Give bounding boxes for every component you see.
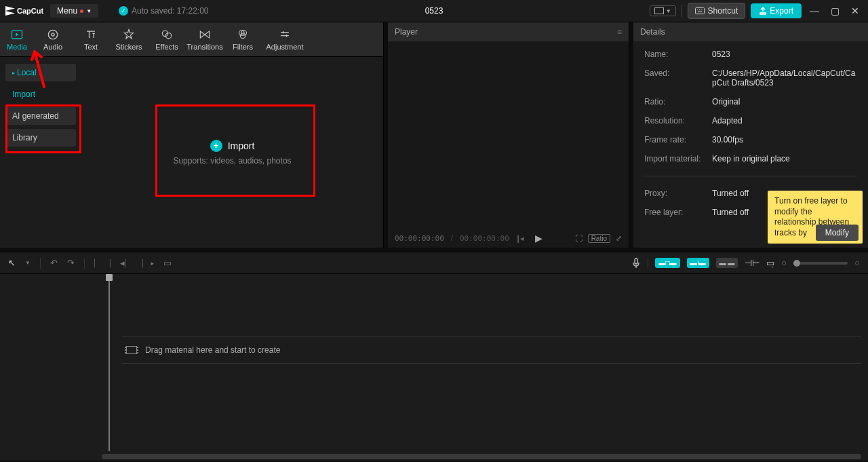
detail-name-label: Name:	[644, 50, 712, 59]
text-icon	[84, 28, 98, 41]
ratio-button[interactable]: Ratio	[588, 234, 610, 243]
player-viewport[interactable]: 00:00:00:00/00:00:00:00 ‖◂ ▶ ⛶ Ratio ⤢	[388, 41, 629, 248]
import-dropzone[interactable]: +Import Supports: videos, audios, photos	[81, 57, 383, 248]
plus-icon: +	[210, 140, 222, 152]
zoom-in-button[interactable]: ○	[854, 258, 860, 268]
prev-frame-button[interactable]: ‖◂	[516, 234, 524, 243]
detail-proxy-label: Proxy:	[644, 189, 712, 198]
tab-stickers[interactable]: Stickers	[110, 25, 148, 54]
timecode-current: 00:00:00:00	[395, 234, 444, 243]
transitions-icon	[198, 28, 212, 41]
shortcut-button[interactable]: Shortcut	[688, 3, 746, 19]
svg-point-8	[52, 33, 54, 36]
detail-import-label: Import material:	[644, 154, 712, 163]
menu-button[interactable]: Menu▼	[50, 4, 98, 18]
details-panel: Details Name:0523 Saved:C:/Users/HP/AppD…	[633, 22, 868, 248]
detail-saved-value: C:/Users/HP/AppData/Local/CapCut/CapCut …	[712, 69, 857, 88]
sidebar-item-library[interactable]: Library	[5, 129, 76, 147]
import-sublabel: Supports: videos, audios, photos	[173, 156, 291, 166]
film-icon	[126, 346, 137, 354]
magnet-main-button[interactable]: ▬□▬	[655, 258, 679, 268]
detail-resolution-value: Adapted	[712, 116, 857, 126]
minimize-button[interactable]: —	[807, 5, 822, 16]
tab-transitions[interactable]: Transitions	[186, 25, 224, 54]
timeline-tracks[interactable]: Drag material here and start to create	[108, 274, 868, 461]
playhead[interactable]	[108, 277, 110, 451]
undo-button[interactable]: ↶	[50, 258, 58, 268]
detail-framerate-label: Frame rate:	[644, 135, 712, 145]
split-left-tool[interactable]: ◂⎸	[120, 258, 133, 269]
sidebar-item-local[interactable]: ▸Local	[5, 64, 76, 81]
pointer-tool[interactable]: ↖	[8, 258, 16, 268]
detail-import-value: Keep in original place	[712, 154, 857, 163]
export-button[interactable]: Export	[751, 3, 802, 18]
tab-adjustment[interactable]: Adjustment	[262, 25, 308, 54]
tab-text[interactable]: Text	[72, 25, 110, 54]
zoom-slider[interactable]	[793, 262, 848, 265]
detail-name-value: 0523	[712, 50, 857, 59]
capcut-icon	[5, 6, 15, 16]
zoom-out-button[interactable]: ○	[781, 258, 787, 268]
media-icon	[10, 28, 24, 41]
detail-resolution-label: Resolution:	[644, 116, 712, 126]
snap-icon[interactable]: ⊣⊢	[745, 258, 760, 268]
timeline-dropzone[interactable]: Drag material here and start to create	[122, 336, 861, 364]
project-title: 0523	[425, 6, 443, 16]
audio-icon	[46, 28, 60, 41]
player-menu-icon[interactable]: ≡	[617, 27, 622, 37]
detail-freelayer-label: Free layer:	[644, 208, 712, 217]
detail-saved-label: Saved:	[644, 69, 712, 88]
split-tool[interactable]: ⎸⎹	[94, 258, 111, 269]
close-button[interactable]: ✕	[848, 5, 863, 16]
play-button[interactable]: ▶	[535, 233, 542, 244]
detail-ratio-value: Original	[712, 97, 857, 107]
svg-rect-1	[695, 8, 704, 14]
player-panel: Player≡ 00:00:00:00/00:00:00:00 ‖◂ ▶ ⛶ R…	[388, 22, 629, 248]
crop-icon[interactable]: ⛶	[575, 234, 583, 242]
detail-ratio-label: Ratio:	[644, 97, 712, 107]
split-right-tool[interactable]: ⎸▸	[142, 258, 154, 269]
filters-icon	[236, 28, 250, 41]
aspect-button[interactable]: ▼	[650, 5, 676, 16]
timecode-total: 00:00:00:00	[460, 234, 509, 243]
export-icon	[759, 7, 767, 15]
module-tabs: Media Audio Text Stickers Effects Transi…	[0, 22, 383, 57]
media-sidebar: ▸Local Import AI generated Library	[0, 57, 81, 248]
player-title: Player	[395, 27, 418, 37]
magnet-link-button[interactable]: ▬⁞▬	[687, 258, 709, 268]
tab-filters[interactable]: Filters	[224, 25, 262, 54]
tab-audio[interactable]: Audio	[34, 25, 72, 54]
timeline-scrollbar[interactable]	[102, 454, 861, 459]
sidebar-item-import[interactable]: Import	[5, 85, 76, 103]
timeline-panel: ↖ ▼ ↶ ↷ ⎸⎹ ◂⎸ ⎸▸ ▭ ▬□▬ ▬⁞▬ ▬ ▬ ⊣⊢ ▭̣ ○ ○…	[0, 252, 868, 461]
detail-framerate-value: 30.00fps	[712, 135, 857, 145]
effects-icon	[160, 28, 174, 41]
svg-rect-14	[635, 258, 637, 264]
tool-dropdown[interactable]: ▼	[25, 260, 31, 266]
delete-tool[interactable]: ▭	[163, 258, 172, 268]
svg-rect-0	[654, 8, 663, 14]
preview-icon[interactable]: ▭̣	[766, 258, 774, 268]
maximize-button[interactable]: ▢	[827, 5, 842, 16]
timeline-hint: Drag material here and start to create	[145, 345, 280, 355]
media-panel: Media Audio Text Stickers Effects Transi…	[0, 22, 384, 248]
autosave-status: ✓Auto saved: 17:22:00	[119, 6, 208, 16]
timeline-toolbar: ↖ ▼ ↶ ↷ ⎸⎹ ◂⎸ ⎸▸ ▭ ▬□▬ ▬⁞▬ ▬ ▬ ⊣⊢ ▭̣ ○ ○	[0, 252, 868, 274]
stickers-icon	[122, 28, 136, 41]
tab-media[interactable]: Media	[0, 25, 34, 54]
adjustment-icon	[278, 28, 292, 41]
tab-effects[interactable]: Effects	[148, 25, 186, 54]
sidebar-item-ai[interactable]: AI generated	[5, 107, 76, 125]
redo-button[interactable]: ↷	[67, 258, 75, 268]
import-label: Import	[228, 140, 255, 151]
brand-label: CapCut	[17, 7, 43, 15]
modify-button[interactable]: Modify	[816, 225, 859, 241]
keyboard-icon	[695, 7, 705, 14]
mic-icon[interactable]	[631, 258, 641, 269]
magnet-off-button[interactable]: ▬ ▬	[716, 258, 738, 268]
app-logo: CapCut	[5, 6, 43, 16]
fullscreen-icon[interactable]: ⤢	[616, 234, 622, 243]
svg-point-7	[48, 30, 57, 39]
check-icon: ✓	[119, 6, 128, 16]
titlebar: CapCut Menu▼ ✓Auto saved: 17:22:00 0523 …	[0, 0, 868, 22]
